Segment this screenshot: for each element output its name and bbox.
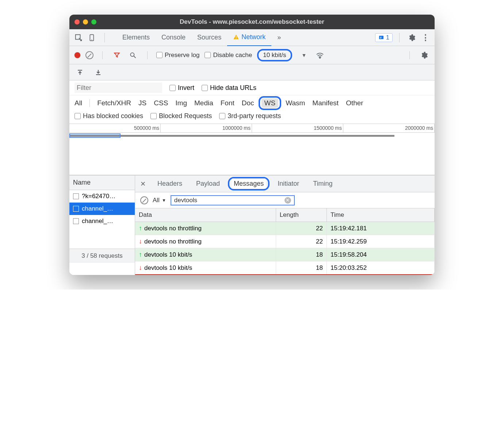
- blocked-cookies-checkbox[interactable]: Has blocked cookies: [75, 112, 143, 120]
- issues-badge[interactable]: 1: [375, 33, 393, 42]
- messages-table: Data Length Time ↑devtools no throttling…: [135, 208, 435, 275]
- svg-rect-3: [236, 36, 236, 38]
- minimize-window-button[interactable]: [83, 19, 88, 24]
- filter-js[interactable]: JS: [138, 99, 146, 107]
- svg-line-7: [134, 56, 136, 58]
- request-count: 3 / 58 requests: [69, 249, 135, 263]
- file-icon: [73, 193, 79, 199]
- tab-headers[interactable]: Headers: [155, 178, 184, 189]
- request-row[interactable]: channel_…: [69, 215, 135, 227]
- close-detail-button[interactable]: ✕: [140, 180, 146, 188]
- export-har-icon[interactable]: [93, 67, 104, 78]
- filter-manifest[interactable]: Manifest: [312, 99, 339, 107]
- filter-ws[interactable]: WS: [261, 98, 279, 108]
- tab-console[interactable]: Console: [156, 29, 191, 46]
- col-length[interactable]: Length: [276, 208, 327, 222]
- separator: [409, 51, 410, 59]
- tab-sources[interactable]: Sources: [191, 29, 227, 46]
- message-time: 15:20:03.252: [327, 261, 434, 275]
- network-settings-gear-icon[interactable]: [419, 50, 429, 61]
- filter-doc[interactable]: Doc: [242, 99, 254, 107]
- request-detail: ✕ Headers Payload Messages Initiator Tim…: [135, 175, 435, 275]
- tab-timing[interactable]: Timing: [311, 178, 335, 189]
- filter-other[interactable]: Other: [346, 99, 363, 107]
- close-window-button[interactable]: [75, 19, 80, 24]
- network-toolbar: Preserve log Disable cache 10 kbit/s ▼: [69, 46, 435, 64]
- filter-wasm[interactable]: Wasm: [286, 99, 305, 107]
- separator: [104, 33, 105, 42]
- message-data: ↓devtools 10 kbit/s: [135, 261, 276, 275]
- maximize-window-button[interactable]: [91, 19, 96, 24]
- filter-fetch-xhr[interactable]: Fetch/XHR: [97, 99, 131, 107]
- message-row[interactable]: ↓devtools no throttling2215:19:42.259: [135, 235, 435, 248]
- arrow-down-icon: ↓: [139, 264, 142, 271]
- message-filter-input[interactable]: devtools ✕: [171, 195, 295, 205]
- message-row[interactable]: ↓devtools 10 kbit/s1815:20:03.252: [135, 261, 435, 275]
- hide-data-urls-checkbox[interactable]: Hide data URLs: [202, 84, 256, 92]
- clear-button[interactable]: [85, 51, 93, 59]
- timeline-ruler: 500000 ms 1000000 ms 1500000 ms 2000000 …: [69, 124, 435, 133]
- filter-media[interactable]: Media: [194, 99, 213, 107]
- more-tabs-button[interactable]: »: [271, 29, 287, 46]
- timeline-selection[interactable]: [69, 133, 121, 138]
- titlebar: DevTools - www.piesocket.com/websocket-t…: [69, 15, 435, 29]
- filter-font[interactable]: Font: [221, 99, 234, 107]
- network-conditions-icon[interactable]: [314, 50, 325, 61]
- chevron-down-icon[interactable]: ▼: [302, 52, 307, 58]
- third-party-checkbox[interactable]: 3rd-party requests: [219, 112, 281, 120]
- filter-css[interactable]: CSS: [154, 99, 168, 107]
- message-type-select[interactable]: All ▼: [153, 197, 166, 204]
- filter-ws-highlight: WS: [261, 98, 279, 108]
- request-list: Name ?k=62470… channel_… channel_… 3 / 5…: [69, 175, 135, 275]
- clear-messages-button[interactable]: [140, 196, 148, 204]
- filter-bar: Invert Hide data URLs: [69, 80, 435, 95]
- tab-network-label: Network: [241, 33, 266, 41]
- import-har-icon[interactable]: [75, 67, 85, 78]
- tab-messages[interactable]: Messages: [232, 178, 266, 189]
- disable-cache-checkbox[interactable]: Disable cache: [205, 52, 252, 59]
- inspect-icon[interactable]: [73, 32, 84, 43]
- request-row[interactable]: ?k=62470…: [69, 190, 135, 203]
- tick-label: 500000 ms: [134, 125, 159, 131]
- issue-icon: [378, 35, 384, 41]
- kebab-menu-icon[interactable]: ⋮: [420, 32, 431, 43]
- file-icon: [73, 206, 79, 212]
- col-data[interactable]: Data: [135, 208, 276, 222]
- device-toggle-icon[interactable]: [87, 32, 98, 43]
- tab-elements[interactable]: Elements: [117, 29, 156, 46]
- message-row[interactable]: ↑devtools no throttling2215:19:42.181: [135, 222, 435, 235]
- blocked-requests-checkbox[interactable]: Blocked Requests: [150, 112, 212, 120]
- timeline-overview[interactable]: 500000 ms 1000000 ms 1500000 ms 2000000 …: [69, 124, 435, 175]
- message-row[interactable]: ↑devtools 10 kbit/s1815:19:58.204: [135, 248, 435, 261]
- invert-checkbox[interactable]: Invert: [169, 84, 194, 92]
- separator: [147, 51, 148, 59]
- message-length: 18: [276, 248, 327, 261]
- warning-icon: [233, 34, 239, 40]
- filter-img[interactable]: Img: [175, 99, 187, 107]
- message-type-value: All: [153, 197, 160, 204]
- timeline-body: [69, 133, 435, 175]
- filter-toggle-icon[interactable]: [111, 50, 122, 61]
- request-row[interactable]: channel_…: [69, 203, 135, 215]
- clear-icon: [140, 196, 148, 204]
- filter-all[interactable]: All: [75, 99, 82, 107]
- col-time[interactable]: Time: [327, 208, 434, 222]
- preserve-log-label: Preserve log: [165, 52, 199, 59]
- record-button[interactable]: [75, 52, 80, 58]
- window-controls: [75, 19, 96, 24]
- main-toolbar: Elements Console Sources Network » 1 ⋮: [69, 29, 435, 46]
- message-data: ↑devtools 10 kbit/s: [135, 248, 276, 261]
- name-column-header[interactable]: Name: [69, 175, 135, 190]
- clear-icon: [85, 51, 93, 59]
- throttling-dropdown[interactable]: 10 kbit/s: [257, 49, 292, 61]
- tab-network[interactable]: Network: [227, 29, 271, 46]
- tab-payload[interactable]: Payload: [194, 178, 222, 189]
- tab-initiator[interactable]: Initiator: [275, 178, 301, 189]
- checkbox-icon: [156, 52, 163, 58]
- tab-messages-highlight: Messages: [232, 180, 266, 188]
- preserve-log-checkbox[interactable]: Preserve log: [156, 52, 199, 59]
- clear-input-icon[interactable]: ✕: [285, 197, 291, 204]
- search-icon[interactable]: [127, 50, 138, 61]
- filter-input[interactable]: [75, 83, 162, 93]
- settings-gear-icon[interactable]: [406, 32, 417, 43]
